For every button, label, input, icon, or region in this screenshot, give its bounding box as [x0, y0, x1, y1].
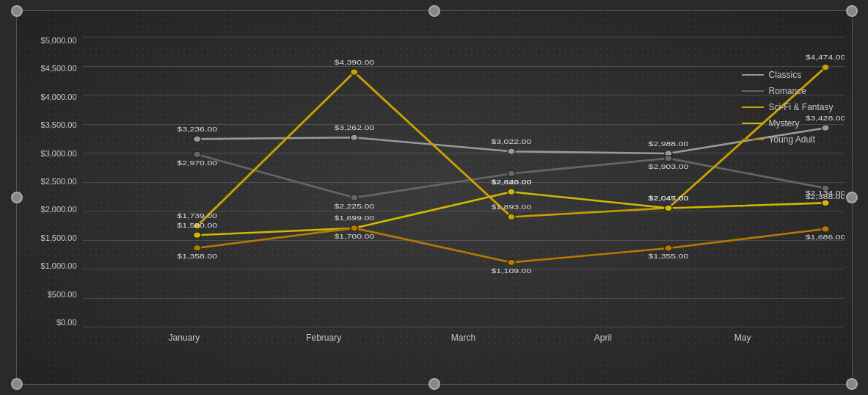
legend-color-3	[742, 123, 764, 124]
data-label: $1,109.00	[491, 267, 531, 275]
data-label: $1,739.00	[177, 211, 217, 220]
chart-container: $5,000.00$4,500.00$4,000.00$3,500.00$3,0…	[16, 10, 853, 385]
legend-item-4: Young Adult	[742, 134, 833, 145]
corner-tr	[846, 5, 858, 17]
data-label: $1,358.00	[177, 252, 217, 260]
legend-item-3: Mystery	[742, 118, 833, 128]
y-label: $500.00	[48, 291, 77, 299]
data-point	[193, 245, 200, 251]
y-label: $1,000.00	[41, 262, 77, 270]
data-label: $1,686.00	[805, 233, 844, 242]
data-point	[507, 148, 514, 154]
y-axis: $5,000.00$4,500.00$4,000.00$3,500.00$3,0…	[24, 33, 83, 349]
data-point	[664, 245, 671, 251]
corner-bl	[11, 378, 23, 390]
data-label: $2,970.00	[177, 159, 217, 167]
series-line-4	[197, 228, 825, 263]
data-point	[350, 195, 357, 200]
legend-label-0: Classics	[768, 70, 801, 80]
series-line-2	[197, 68, 825, 226]
data-label: $3,236.00	[177, 125, 217, 133]
data-point	[507, 214, 514, 220]
y-label: $4,000.00	[41, 93, 77, 101]
data-point	[193, 136, 200, 142]
data-point	[350, 69, 357, 75]
data-label: $1,355.00	[648, 253, 688, 261]
data-label: $2,903.00	[648, 162, 688, 170]
data-label: $1,580.00	[177, 221, 217, 229]
x-label: February	[306, 333, 341, 343]
data-label: $3,022.00	[491, 137, 531, 145]
legend-label-3: Mystery	[768, 118, 799, 128]
y-label: $5,000.00	[41, 37, 77, 45]
data-label: $1,893.00	[491, 203, 531, 211]
data-label: $2,134.00	[805, 189, 844, 197]
data-label: $2,988.00	[648, 139, 688, 148]
x-label: January	[169, 333, 200, 343]
data-point	[664, 156, 671, 162]
legend-item-1: Romance	[742, 86, 833, 96]
legend-label-1: Romance	[768, 86, 806, 96]
chart-area: $3,236.00$3,262.00$3,022.00$2,988.00$3,4…	[83, 33, 845, 349]
data-point	[507, 259, 514, 265]
legend-color-1	[742, 90, 764, 92]
data-point	[821, 200, 828, 206]
legend-label-4: Young Adult	[768, 134, 815, 145]
corner-tm	[428, 5, 440, 17]
y-label: $0.00	[56, 319, 77, 327]
corner-tl	[11, 5, 23, 17]
data-point	[664, 205, 671, 211]
corner-ml	[11, 192, 23, 203]
data-label: $2,326.00	[491, 178, 531, 186]
data-label: $3,262.00	[334, 123, 374, 131]
corner-mr	[846, 192, 858, 203]
x-label: March	[451, 333, 475, 343]
data-label: $4,390.00	[334, 58, 374, 66]
corner-br	[846, 378, 858, 390]
data-point	[193, 232, 200, 238]
y-label: $2,000.00	[41, 206, 77, 214]
data-label: $2,045.00	[648, 194, 688, 202]
x-label: April	[594, 333, 612, 343]
data-point	[350, 134, 357, 140]
data-point	[507, 189, 514, 195]
chart-body: $5,000.00$4,500.00$4,000.00$3,500.00$3,0…	[24, 33, 845, 349]
y-label: $4,500.00	[41, 65, 77, 73]
data-label: $4,474.00	[805, 53, 844, 61]
x-label: May	[734, 333, 751, 343]
data-label: $1,700.00	[334, 232, 374, 240]
legend: ClassicsRomanceSci-Fi & FantasyMysteryYo…	[742, 70, 833, 145]
legend-color-2	[742, 106, 764, 108]
series-line-3	[197, 192, 825, 235]
x-labels: JanuaryFebruaryMarchAprilMay	[83, 327, 845, 349]
chart-svg: $3,236.00$3,262.00$3,022.00$2,988.00$3,4…	[83, 37, 845, 327]
corner-bm	[428, 378, 440, 390]
data-point	[193, 151, 200, 157]
legend-color-4	[742, 139, 764, 140]
data-label: $1,699.00	[334, 214, 374, 222]
data-point	[821, 226, 828, 232]
data-point	[507, 170, 514, 176]
y-label: $1,500.00	[41, 234, 77, 242]
legend-label-2: Sci-Fi & Fantasy	[768, 102, 833, 112]
legend-item-2: Sci-Fi & Fantasy	[742, 102, 833, 112]
legend-item-0: Classics	[742, 70, 833, 80]
legend-color-0	[742, 74, 764, 76]
data-label: $2,225.00	[334, 202, 374, 210]
y-label: $3,000.00	[41, 150, 77, 158]
y-label: $2,500.00	[41, 178, 77, 186]
data-point	[350, 225, 357, 231]
y-label: $3,500.00	[41, 121, 77, 129]
